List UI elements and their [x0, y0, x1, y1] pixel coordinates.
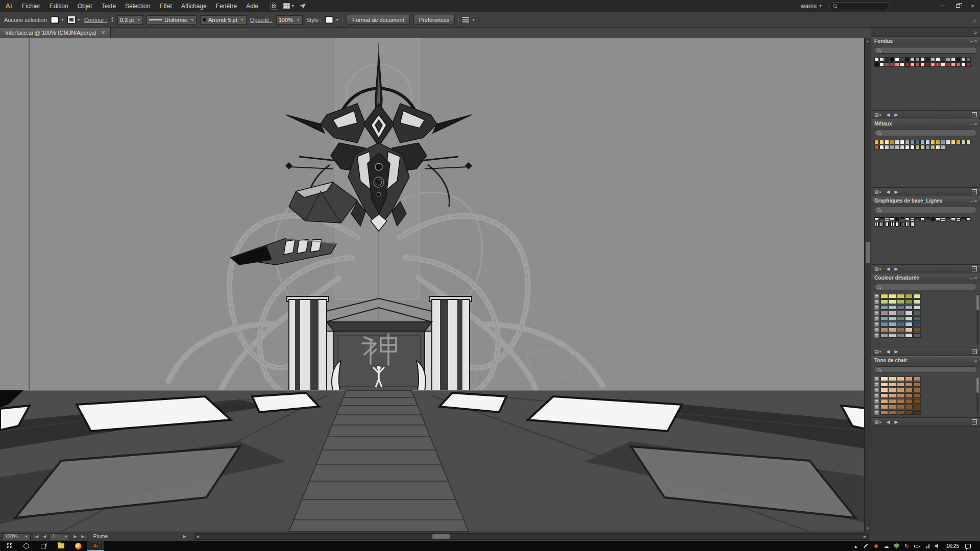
panel-menu-icon[interactable]: ≡: [974, 358, 977, 363]
controlbar-menu-icon[interactable]: ≡: [973, 17, 976, 23]
sync-icon[interactable]: ↻: [903, 542, 910, 549]
panel-menu-icon[interactable]: ≡: [974, 121, 977, 127]
vertical-scroll-track[interactable]: [866, 44, 870, 525]
gradient-swatch[interactable]: [956, 62, 961, 67]
gradient-swatch[interactable]: [895, 62, 899, 67]
panel-collapse-icon[interactable]: –: [970, 276, 973, 281]
pattern-swatch[interactable]: [930, 217, 935, 221]
swatch-group-icon[interactable]: [874, 377, 879, 381]
pattern-swatch[interactable]: [920, 217, 925, 221]
color-swatch[interactable]: [880, 382, 888, 387]
gradient-swatch[interactable]: [956, 140, 961, 144]
color-swatch[interactable]: [880, 333, 888, 338]
scroll-down-icon[interactable]: ▼: [866, 525, 870, 532]
notification-dot-icon[interactable]: [873, 542, 879, 549]
color-swatch[interactable]: [913, 322, 921, 327]
color-swatch[interactable]: [905, 393, 913, 398]
color-swatch[interactable]: [913, 333, 921, 338]
delete-icon[interactable]: ×: [972, 266, 977, 271]
swatch-search-field[interactable]: [874, 284, 977, 290]
swatch-search-field[interactable]: [874, 366, 977, 373]
color-swatch[interactable]: [913, 405, 921, 409]
pattern-swatch[interactable]: [966, 217, 971, 221]
color-swatch[interactable]: [905, 377, 913, 381]
color-swatch[interactable]: [905, 294, 913, 298]
swatch-group-icon[interactable]: [874, 393, 879, 398]
gradient-swatch[interactable]: [910, 62, 915, 67]
color-swatch[interactable]: [897, 393, 904, 398]
next-library-icon[interactable]: ▶: [894, 349, 898, 354]
pattern-swatch[interactable]: [890, 222, 894, 227]
swatch-group-icon[interactable]: [874, 311, 879, 315]
pattern-swatch[interactable]: [910, 217, 915, 221]
opacity-field[interactable]: 100% ▼: [276, 15, 303, 24]
color-swatch[interactable]: [889, 410, 896, 415]
gradient-swatch[interactable]: [941, 140, 945, 144]
canvas-artwork[interactable]: [0, 38, 871, 532]
next-library-icon[interactable]: ▶: [894, 419, 898, 424]
panel-menu-icon[interactable]: ≡: [974, 198, 977, 204]
illustrator-taskbar-button[interactable]: Ai: [87, 541, 104, 551]
panel-scrollbar[interactable]: [976, 377, 979, 415]
gradient-swatch[interactable]: [885, 57, 889, 62]
gradient-swatch[interactable]: [895, 140, 899, 144]
previous-library-icon[interactable]: ◀: [886, 112, 890, 117]
battery-icon[interactable]: [914, 542, 920, 549]
color-swatch[interactable]: [913, 294, 921, 298]
pattern-swatch[interactable]: [951, 217, 955, 221]
fill-color-widget[interactable]: ▼: [51, 16, 64, 23]
swatch-group-icon[interactable]: [874, 388, 879, 392]
color-swatch[interactable]: [880, 305, 888, 310]
gradient-swatch[interactable]: [966, 62, 971, 67]
gradient-swatch[interactable]: [946, 57, 950, 62]
color-swatch[interactable]: [889, 328, 896, 332]
gradient-swatch[interactable]: [920, 62, 925, 67]
width-profile-dropdown[interactable]: Uniforme ▼: [146, 15, 197, 24]
gradient-swatch[interactable]: [925, 145, 930, 149]
gradient-swatch[interactable]: [966, 57, 971, 62]
gradient-swatch[interactable]: [920, 140, 925, 144]
color-swatch[interactable]: [880, 399, 888, 404]
gradient-swatch[interactable]: [951, 57, 955, 62]
gradient-swatch[interactable]: [900, 57, 904, 62]
next-library-icon[interactable]: ▶: [894, 266, 898, 271]
gradient-swatch[interactable]: [874, 140, 879, 144]
gradient-swatch[interactable]: [885, 140, 889, 144]
network-icon[interactable]: [924, 542, 930, 549]
brush-dropdown[interactable]: Arrondi 5 pt ▼: [200, 15, 247, 24]
swatch-group-icon[interactable]: [874, 299, 879, 304]
color-swatch[interactable]: [880, 322, 888, 327]
color-swatch[interactable]: [897, 294, 904, 298]
stroke-color-widget[interactable]: ▼: [68, 16, 81, 23]
gradient-swatch[interactable]: [961, 57, 966, 62]
workspace-switcher[interactable]: wams ▼: [801, 3, 822, 10]
firefox-button[interactable]: [69, 541, 87, 551]
panel-menu-icon[interactable]: ≡: [974, 39, 977, 44]
gradient-swatch[interactable]: [905, 62, 910, 67]
panel-collapse-icon[interactable]: –: [970, 121, 973, 127]
gradient-swatch[interactable]: [951, 62, 955, 67]
gradient-swatch[interactable]: [925, 140, 930, 144]
document-setup-button[interactable]: Format de document: [347, 15, 410, 24]
color-swatch[interactable]: [913, 316, 921, 321]
horizontal-scroll-thumb[interactable]: [432, 534, 450, 539]
gradient-swatch[interactable]: [890, 145, 894, 149]
color-swatch[interactable]: [905, 328, 913, 332]
gradient-swatch[interactable]: [910, 140, 915, 144]
previous-library-icon[interactable]: ◀: [886, 189, 890, 194]
library-menu-icon[interactable]: ▤▼: [874, 189, 881, 194]
app-search[interactable]: [829, 2, 890, 10]
gradient-swatch[interactable]: [915, 57, 920, 62]
gradient-swatch[interactable]: [930, 57, 935, 62]
pattern-swatch[interactable]: [890, 217, 894, 221]
library-menu-icon[interactable]: ▤▼: [874, 266, 881, 271]
color-swatch[interactable]: [889, 294, 896, 298]
swatch-group-icon[interactable]: [874, 328, 879, 332]
pattern-swatch[interactable]: [910, 222, 915, 227]
gradient-swatch[interactable]: [879, 140, 884, 144]
color-swatch[interactable]: [913, 388, 921, 392]
panel-scrollbar[interactable]: [976, 294, 979, 345]
gradient-swatch[interactable]: [879, 57, 884, 62]
color-swatch[interactable]: [880, 393, 888, 398]
library-menu-icon[interactable]: ▤▼: [874, 419, 881, 424]
